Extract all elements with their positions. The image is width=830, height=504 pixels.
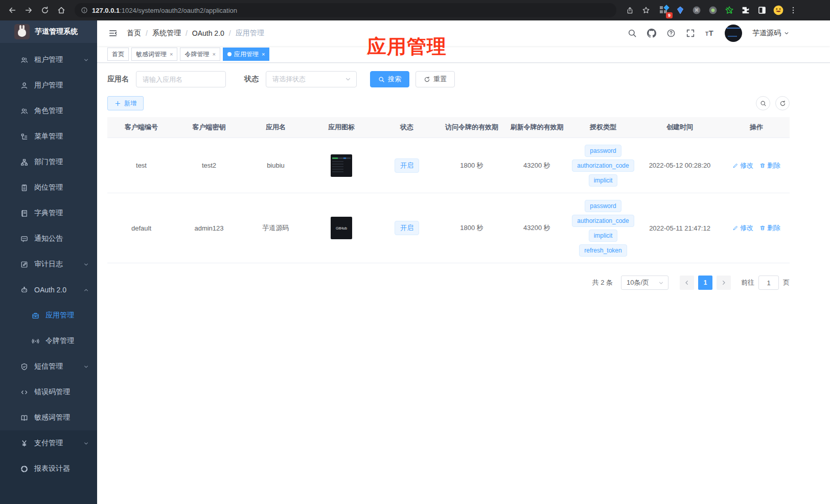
- robot-icon: [20, 286, 28, 294]
- split-view-icon[interactable]: [756, 5, 768, 16]
- tab-close-icon[interactable]: ×: [170, 51, 173, 57]
- chevron-down-icon: [784, 31, 789, 36]
- sidebar-item-tenant[interactable]: 租户管理: [0, 47, 97, 73]
- column-header: 状态: [374, 117, 440, 138]
- breadcrumb-item[interactable]: 系统管理: [152, 29, 181, 38]
- chevron-down-icon: [345, 76, 351, 82]
- home-icon[interactable]: [54, 3, 68, 17]
- forward-icon[interactable]: [21, 3, 36, 17]
- extension-grid-icon[interactable]: 9: [658, 5, 670, 16]
- help-icon[interactable]: [666, 29, 676, 38]
- profile-emoji-icon[interactable]: [773, 5, 784, 16]
- grant-type-tag: refresh_token: [579, 244, 627, 257]
- site-info-icon[interactable]: [81, 7, 88, 14]
- edit-link[interactable]: 修改: [732, 161, 753, 170]
- search-icon[interactable]: [628, 29, 637, 38]
- sidebar-item-oauth2-application[interactable]: 应用管理: [0, 303, 97, 328]
- chevron-up-icon: [83, 287, 89, 293]
- status-select[interactable]: 请选择状态: [266, 71, 357, 87]
- sidebar-item-dict[interactable]: 字典管理: [0, 200, 97, 226]
- tab-敏感词管理[interactable]: 敏感词管理×: [131, 48, 177, 61]
- fullscreen-icon[interactable]: [686, 29, 695, 38]
- grant-type-tag: authorization_code: [572, 215, 634, 227]
- reset-button[interactable]: 重置: [416, 71, 455, 87]
- back-icon[interactable]: [5, 3, 19, 17]
- edit-link[interactable]: 修改: [732, 223, 753, 233]
- sidebar-item-post[interactable]: 岗位管理: [0, 175, 97, 200]
- delete-link[interactable]: 删除: [759, 223, 780, 233]
- delete-link[interactable]: 删除: [759, 161, 780, 170]
- reload-icon[interactable]: [38, 3, 52, 17]
- bookmark-star-icon[interactable]: [639, 3, 653, 17]
- tab-令牌管理[interactable]: 令牌管理×: [180, 48, 220, 61]
- sidebar-item-user[interactable]: 用户管理: [0, 73, 97, 98]
- command-extension-icon[interactable]: ⌘: [691, 5, 702, 16]
- column-header: 应用图标: [309, 117, 374, 138]
- navbar-tools: TT 芋道源码: [628, 25, 819, 42]
- sidebar-item-label: 错误码管理: [34, 387, 90, 397]
- tab-close-icon[interactable]: ×: [212, 51, 215, 57]
- trash-icon: [759, 225, 766, 231]
- sidebar-item-sms[interactable]: 短信管理: [0, 354, 97, 379]
- grant-type-tags: passwordauthorization_codeimplicit: [572, 143, 634, 188]
- search-button[interactable]: 搜索: [370, 71, 409, 87]
- puzzle-extensions-icon[interactable]: [740, 5, 751, 16]
- extension-icons: 9 ⌘: [658, 5, 784, 16]
- grant-type-tag: implicit: [589, 174, 618, 187]
- breadcrumb-item[interactable]: 首页: [127, 29, 141, 38]
- user-avatar[interactable]: [725, 25, 742, 42]
- delete-link-label: 删除: [767, 223, 780, 233]
- url-text: 127.0.0.1:1024/system/oauth2/oauth2/appl…: [92, 7, 237, 14]
- sidebar-item-error-code[interactable]: 错误码管理: [0, 379, 97, 405]
- sidebar-item-sensitive-word[interactable]: 敏感词管理: [0, 405, 97, 430]
- cell-access-ttl: 1800 秒: [460, 162, 483, 169]
- sidebar-item-oauth2[interactable]: OAuth 2.0: [0, 277, 97, 303]
- sidebar-item-report-designer[interactable]: 报表设计器: [0, 456, 97, 482]
- page-1-button[interactable]: 1: [698, 276, 712, 290]
- sidebar-item-audit-log[interactable]: 审计日志: [0, 251, 97, 277]
- recorder-extension-icon[interactable]: [707, 5, 719, 16]
- browser-menu-icon[interactable]: [786, 3, 800, 17]
- address-bar[interactable]: 127.0.0.1:1024/system/oauth2/oauth2/appl…: [75, 3, 616, 17]
- tab-close-icon[interactable]: ×: [262, 51, 265, 57]
- search-icon: [378, 76, 385, 83]
- username: 芋道源码: [752, 29, 781, 38]
- prev-page-button[interactable]: [680, 276, 694, 290]
- add-button[interactable]: 新增: [107, 96, 144, 110]
- sidebar-item-label: 用户管理: [34, 81, 90, 90]
- column-header: 操作: [723, 117, 790, 138]
- collapse-sidebar-icon[interactable]: [108, 29, 118, 38]
- app-logo[interactable]: 芋道管理系统: [0, 20, 97, 43]
- sidebar-item-oauth2-token[interactable]: 令牌管理: [0, 328, 97, 354]
- sidebar-item-dept[interactable]: 部门管理: [0, 149, 97, 175]
- pencil-icon: [732, 163, 739, 169]
- next-page-button[interactable]: [717, 276, 731, 290]
- status-badge[interactable]: 开启: [395, 221, 419, 235]
- sidebar-item-label: 支付管理: [34, 439, 83, 448]
- green-star-extension-icon[interactable]: [724, 5, 735, 16]
- sidebar-item-menu[interactable]: 菜单管理: [0, 124, 97, 149]
- font-size-icon[interactable]: TT: [705, 29, 714, 38]
- sidebar-item-role[interactable]: 角色管理: [0, 98, 97, 124]
- cell-client-secret: test2: [202, 162, 216, 169]
- show-search-button[interactable]: [756, 96, 770, 110]
- sidebar-item-payment[interactable]: 支付管理: [0, 430, 97, 456]
- badge-icon: [20, 184, 28, 192]
- share-icon[interactable]: [622, 3, 637, 17]
- tab-首页[interactable]: 首页: [107, 48, 129, 61]
- sidebar-item-notice[interactable]: 通知公告: [0, 226, 97, 251]
- status-badge[interactable]: 开启: [395, 158, 419, 173]
- column-header: 刷新令牌的有效期: [504, 117, 570, 138]
- github-icon[interactable]: [647, 29, 656, 38]
- user-menu[interactable]: 芋道源码: [752, 29, 789, 38]
- app-name-input[interactable]: [136, 71, 226, 87]
- gem-extension-icon[interactable]: [675, 5, 686, 16]
- sidebar-item-label: 审计日志: [34, 260, 83, 269]
- refresh-table-button[interactable]: [775, 96, 790, 110]
- sidebar-menu-bottom: 支付管理报表设计器: [0, 430, 97, 504]
- sidebar-item-label: 令牌管理: [45, 336, 90, 346]
- breadcrumb-item[interactable]: OAuth 2.0: [192, 29, 224, 37]
- goto-page-input[interactable]: [758, 276, 779, 290]
- tab-应用管理[interactable]: 应用管理×: [223, 48, 269, 61]
- page-size-select[interactable]: 10条/页: [621, 276, 668, 290]
